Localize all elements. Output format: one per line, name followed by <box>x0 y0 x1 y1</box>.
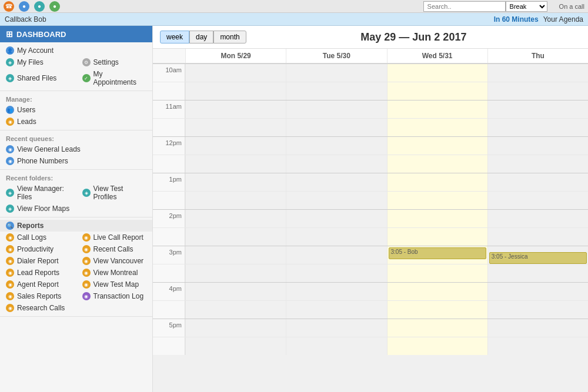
event-bob[interactable]: 3:05 - Bob <box>389 247 486 259</box>
cell-mon-12pm[interactable] <box>185 137 286 155</box>
sidebar-item-view-test-map[interactable]: ◉ View Test Map <box>76 279 153 290</box>
sidebar-item-recent-calls[interactable]: ◉ Recent Calls <box>76 243 153 255</box>
cell-wed-230[interactable] <box>387 228 487 246</box>
cell-wed-3pm[interactable]: 3:05 - Bob <box>387 246 487 264</box>
cell-mon-10am[interactable] <box>185 64 286 82</box>
cell-thu-230[interactable] <box>487 228 588 246</box>
cell-tue-1pm[interactable] <box>286 173 386 191</box>
cell-tue-2pm[interactable] <box>286 210 386 227</box>
cell-thu-4pm[interactable] <box>487 283 588 300</box>
cell-thu-12pm[interactable] <box>487 137 588 155</box>
cell-wed-1230[interactable] <box>387 155 487 173</box>
calendar-grid[interactable]: Mon 5/29 Tue 5/30 Wed 5/31 Thu 10am <box>153 49 588 392</box>
sidebar-item-my-account[interactable]: 👤 My Account <box>0 45 152 56</box>
cell-tue-1230[interactable] <box>286 155 386 173</box>
cell-mon-1pm[interactable] <box>185 173 286 191</box>
sidebar-item-leads[interactable]: ◉ Leads <box>0 116 152 128</box>
sidebar-item-users[interactable]: 👥 Users <box>0 104 152 116</box>
cell-wed-1pm[interactable] <box>387 173 487 191</box>
cell-tue-330[interactable] <box>286 264 386 282</box>
sidebar-item-research-calls[interactable]: ◉ Research Calls <box>0 302 76 314</box>
cell-tue-430[interactable] <box>286 301 386 319</box>
cell-thu-11am[interactable] <box>487 100 588 118</box>
sidebar-item-view-manager-files[interactable]: ◈ View Manager: Files <box>0 183 76 203</box>
cell-tue-12pm[interactable] <box>286 137 386 155</box>
cell-thu-330[interactable] <box>487 264 588 282</box>
cell-mon-3pm[interactable] <box>185 246 286 264</box>
sidebar-item-my-files[interactable]: ◈ My Files <box>0 56 76 68</box>
cell-tue-530[interactable] <box>286 337 386 355</box>
cell-thu-1030[interactable] <box>487 82 588 100</box>
cell-mon-430[interactable] <box>185 301 286 319</box>
cell-thu-1pm[interactable] <box>487 173 588 191</box>
sidebar-item-agent-report[interactable]: ◉ Agent Report <box>0 279 76 290</box>
cell-thu-1130[interactable] <box>487 119 588 136</box>
sidebar-item-view-montreal[interactable]: ◉ View Montreal <box>76 267 153 279</box>
cell-mon-1030[interactable] <box>185 82 286 100</box>
cell-thu-130[interactable] <box>487 192 588 209</box>
cell-tue-4pm[interactable] <box>286 283 386 300</box>
cell-tue-230[interactable] <box>286 228 386 246</box>
sidebar-item-live-call-report[interactable]: ◉ Live Call Report <box>76 232 153 243</box>
cell-mon-130[interactable] <box>185 192 286 209</box>
cell-wed-2pm[interactable] <box>387 210 487 227</box>
cell-wed-12pm[interactable] <box>387 137 487 155</box>
cell-mon-1130[interactable] <box>185 119 286 136</box>
cell-thu-10am[interactable] <box>487 64 588 82</box>
cell-tue-10am[interactable] <box>286 64 386 82</box>
cell-wed-1130[interactable] <box>387 119 487 136</box>
break-select[interactable]: Break Available Busy Away <box>506 1 547 12</box>
cell-tue-1030[interactable] <box>286 82 386 100</box>
sidebar-item-shared-files[interactable]: ◈ Shared Files <box>0 68 76 88</box>
cell-thu-3pm[interactable]: 3:05 - Jessica <box>487 246 588 264</box>
sidebar-item-sales-reports[interactable]: ◉ Sales Reports <box>0 290 76 302</box>
cell-thu-430[interactable] <box>487 301 588 319</box>
vancouver-icon: ◉ <box>82 257 91 265</box>
cell-mon-11am[interactable] <box>185 100 286 118</box>
cell-wed-11am[interactable] <box>387 100 487 118</box>
cell-wed-430[interactable] <box>387 301 487 319</box>
search-input[interactable] <box>423 1 506 12</box>
sidebar-item-view-floor-maps[interactable]: ◈ View Floor Maps <box>0 203 76 215</box>
cell-mon-2pm[interactable] <box>185 210 286 227</box>
cell-tue-11am[interactable] <box>286 100 386 118</box>
event-jessica[interactable]: 3:05 - Jessica <box>489 252 587 264</box>
cell-mon-5pm[interactable] <box>185 319 286 337</box>
cell-wed-130[interactable] <box>387 192 487 209</box>
cell-mon-230[interactable] <box>185 228 286 246</box>
week-view-button[interactable]: week <box>160 31 189 43</box>
cell-thu-1230[interactable] <box>487 155 588 173</box>
cell-wed-530[interactable] <box>387 337 487 355</box>
sidebar-item-dialer-report[interactable]: ◉ Dialer Report <box>0 255 76 267</box>
sidebar-item-productivity[interactable]: ◉ Productivity <box>0 243 76 255</box>
cell-tue-130[interactable] <box>286 192 386 209</box>
sidebar-item-view-test-profiles[interactable]: ◈ View Test Profiles <box>76 183 153 203</box>
cell-wed-5pm[interactable] <box>387 319 487 337</box>
cell-wed-4pm[interactable] <box>387 283 487 300</box>
cell-mon-1230[interactable] <box>185 155 286 173</box>
cell-mon-530[interactable] <box>185 337 286 355</box>
sidebar-item-transaction-log[interactable]: ◉ Transaction Log <box>76 290 153 302</box>
day-view-button[interactable]: day <box>189 31 213 43</box>
second-bar: Callback Bob In 60 Minutes Your Agenda <box>0 13 588 26</box>
sidebar-item-settings[interactable]: ⚙ Settings <box>76 56 153 68</box>
sidebar-item-view-general-leads[interactable]: ◉ View General Leads <box>0 143 152 155</box>
cell-mon-330[interactable] <box>185 264 286 282</box>
sidebar-item-lead-reports[interactable]: ◉ Lead Reports <box>0 267 76 279</box>
cell-mon-4pm[interactable] <box>185 283 286 300</box>
cell-tue-3pm[interactable] <box>286 246 386 264</box>
cell-wed-330[interactable] <box>387 264 487 282</box>
sidebar-item-reports[interactable]: 🔍 Reports <box>0 220 152 232</box>
month-view-button[interactable]: month <box>213 31 246 43</box>
cell-tue-1130[interactable] <box>286 119 386 136</box>
cell-wed-1030[interactable] <box>387 82 487 100</box>
cell-thu-2pm[interactable] <box>487 210 588 227</box>
sidebar-item-view-vancouver[interactable]: ◉ View Vancouver <box>76 255 153 267</box>
sidebar-item-my-appointments[interactable]: ✓ My Appointments <box>76 68 153 88</box>
sidebar-item-phone-numbers[interactable]: ◉ Phone Numbers <box>0 155 152 167</box>
cell-thu-530[interactable] <box>487 337 588 355</box>
cell-thu-5pm[interactable] <box>487 319 588 337</box>
sidebar-item-call-logs[interactable]: ◉ Call Logs <box>0 232 76 243</box>
cell-wed-10am[interactable] <box>387 64 487 82</box>
cell-tue-5pm[interactable] <box>286 319 386 337</box>
